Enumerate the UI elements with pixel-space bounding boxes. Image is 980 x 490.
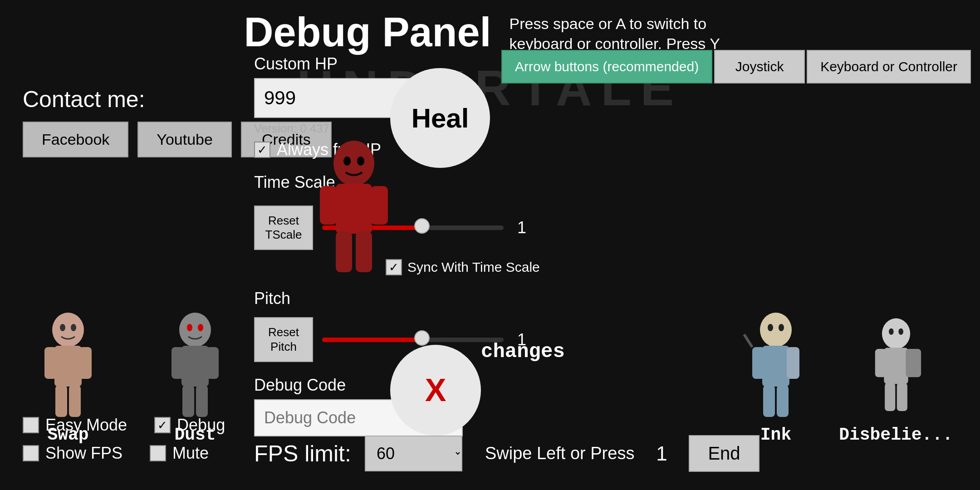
mute-label: Mute — [172, 444, 209, 463]
time-scale-value: 1 — [517, 218, 540, 237]
svg-rect-25 — [762, 346, 789, 387]
fps-section: FPS limit: 30 60 120 Unlimited Swipe Lef… — [254, 435, 760, 472]
disbelief-label: Disbelie... — [839, 425, 953, 445]
svg-rect-36 — [906, 349, 921, 377]
svg-rect-2 — [44, 347, 57, 379]
svg-point-7 — [71, 324, 76, 331]
changes-label: changes — [481, 340, 565, 363]
reset-tscale-button[interactable]: ResetTScale — [254, 206, 313, 250]
page-title: Debug Panel — [244, 9, 491, 56]
swipe-text: Swipe Left or Press — [485, 444, 634, 463]
time-scale-heading: Time Scale — [254, 173, 572, 192]
svg-point-14 — [187, 324, 192, 331]
svg-rect-37 — [885, 383, 895, 411]
swap-sprite — [27, 307, 109, 421]
svg-rect-29 — [777, 385, 789, 417]
svg-rect-9 — [181, 346, 209, 387]
mute-item[interactable]: Mute — [150, 444, 209, 463]
youtube-button[interactable]: Youtube — [137, 122, 232, 157]
dust-label: Dust — [174, 425, 216, 445]
custom-hp-label: Custom HP — [254, 54, 572, 74]
svg-point-8 — [179, 313, 211, 347]
svg-rect-12 — [182, 385, 194, 417]
svg-rect-1 — [54, 346, 82, 387]
sync-label: Sync With Time Scale — [407, 260, 540, 275]
svg-line-32 — [744, 334, 752, 347]
facebook-button[interactable]: Facebook — [23, 122, 128, 157]
svg-point-6 — [60, 324, 65, 331]
always-full-hp-checkbox[interactable] — [254, 142, 270, 158]
swap-label: Swap — [47, 425, 88, 445]
svg-point-15 — [198, 324, 203, 331]
x-button[interactable]: X — [390, 345, 481, 436]
pitch-slider[interactable] — [322, 336, 504, 344]
mute-checkbox[interactable] — [150, 445, 166, 461]
svg-rect-28 — [763, 385, 775, 417]
fps-number: 1 — [648, 442, 675, 465]
always-full-hp-label: Always full HP — [277, 140, 381, 159]
svg-rect-4 — [55, 385, 67, 417]
sync-row: Sync With Time Scale — [386, 259, 572, 275]
dust-sprite — [154, 307, 236, 421]
svg-point-31 — [779, 324, 784, 331]
svg-point-24 — [760, 313, 792, 347]
svg-rect-38 — [897, 383, 907, 411]
swap-sprite-container: Swap — [27, 307, 109, 445]
ink-sprite-container: Ink — [735, 307, 817, 445]
svg-rect-5 — [69, 385, 81, 417]
tab-joystick[interactable]: Joystick — [714, 50, 805, 83]
svg-rect-34 — [884, 348, 908, 384]
svg-rect-13 — [196, 385, 208, 417]
fps-select[interactable]: 30 60 120 Unlimited — [365, 436, 462, 471]
svg-point-33 — [882, 318, 910, 349]
svg-rect-27 — [787, 347, 799, 379]
show-fps-item[interactable]: Show FPS — [23, 444, 122, 463]
ink-label: Ink — [760, 425, 791, 445]
ink-sprite — [735, 307, 817, 421]
svg-point-40 — [898, 328, 903, 335]
sync-checkbox[interactable] — [386, 259, 402, 275]
control-tabs: Arrow buttons (recommended) Joystick Key… — [501, 50, 971, 83]
time-scale-row: ResetTScale 1 — [254, 206, 572, 250]
dust-sprite-container: Dust — [154, 307, 236, 445]
svg-point-0 — [52, 313, 84, 347]
show-fps-label: Show FPS — [45, 444, 122, 463]
disbelief-sprite-container: Disbelie... — [839, 307, 953, 445]
svg-rect-3 — [79, 347, 92, 379]
tab-keyboard-controller[interactable]: Keyboard or Controller — [807, 50, 971, 83]
time-scale-slider[interactable] — [322, 224, 504, 232]
disbelief-sprite — [860, 307, 932, 421]
svg-point-39 — [889, 328, 894, 335]
check-row-2: Show FPS Mute — [23, 444, 225, 463]
reset-pitch-button[interactable]: ResetPitch — [254, 317, 313, 362]
svg-rect-26 — [752, 347, 765, 379]
pitch-heading: Pitch — [254, 289, 572, 308]
svg-rect-11 — [206, 347, 219, 379]
fps-label: FPS limit: — [254, 441, 351, 467]
time-pitch-section: Time Scale ResetTScale 1 Sync With Time … — [254, 173, 572, 362]
heal-button[interactable]: Heal — [390, 68, 490, 168]
show-fps-checkbox[interactable] — [23, 445, 39, 461]
svg-rect-10 — [172, 347, 184, 379]
svg-rect-35 — [875, 349, 886, 377]
svg-point-30 — [768, 324, 773, 331]
